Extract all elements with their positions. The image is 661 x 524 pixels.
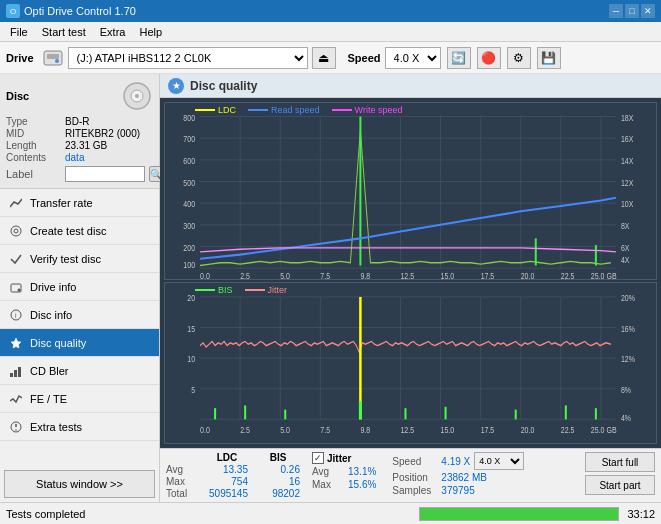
menu-file[interactable]: File: [4, 24, 34, 40]
close-button[interactable]: ✕: [641, 4, 655, 18]
sidebar-item-verify-test-disc[interactable]: Verify test disc: [0, 245, 159, 273]
status-window-button[interactable]: Status window >>: [4, 470, 155, 498]
menu-help[interactable]: Help: [133, 24, 168, 40]
svg-text:15.0: 15.0: [441, 424, 455, 435]
svg-text:12.5: 12.5: [400, 424, 414, 435]
svg-text:16X: 16X: [621, 133, 634, 144]
app-icon: O: [6, 4, 20, 18]
max-ldc: 754: [198, 476, 256, 487]
save-button[interactable]: 💾: [537, 47, 561, 69]
total-ldc: 5095145: [198, 488, 256, 499]
svg-text:5.0: 5.0: [280, 270, 290, 279]
speed-stat-select[interactable]: 4.0 X: [474, 452, 524, 470]
jitter-checkbox[interactable]: ✓: [312, 452, 324, 464]
verify-test-disc-icon: [8, 251, 24, 267]
drive-select[interactable]: (J:) ATAPI iHBS112 2 CL0K: [68, 47, 308, 69]
burn-button[interactable]: 🔴: [477, 47, 501, 69]
content-title: Disc quality: [190, 79, 257, 93]
svg-text:25.0 GB: 25.0 GB: [591, 270, 617, 279]
chart2-svg: 20 15 10 5 20% 16% 12% 8% 4% 0.0 2.5 5.0…: [165, 283, 656, 443]
disc-mid-value: RITEKBR2 (000): [65, 128, 140, 139]
disc-quality-icon: [8, 335, 24, 351]
svg-text:9.8: 9.8: [360, 270, 370, 279]
sidebar-item-disc-info[interactable]: i Disc info: [0, 301, 159, 329]
svg-point-6: [11, 226, 21, 236]
chart1-svg: 800 700 600 500 400 300 200 100 18X 16X …: [165, 103, 656, 279]
total-label: Total: [166, 488, 198, 499]
cd-bler-label: CD Bler: [30, 365, 151, 377]
svg-text:9.8: 9.8: [360, 424, 370, 435]
menu-bar: File Start test Extra Help: [0, 22, 661, 42]
disc-graphic-icon: [121, 80, 153, 112]
position-row: Position 23862 MB: [392, 472, 524, 483]
drive-info-icon: [8, 279, 24, 295]
sidebar-item-disc-quality[interactable]: Disc quality: [0, 329, 159, 357]
avg-label: Avg: [166, 464, 198, 475]
app-title: Opti Drive Control 1.70: [24, 5, 136, 17]
sidebar-item-extra-tests[interactable]: Extra tests: [0, 413, 159, 441]
svg-text:4X: 4X: [621, 254, 630, 265]
legend-bis: BIS: [195, 285, 233, 295]
svg-text:300: 300: [183, 220, 195, 231]
menu-extra[interactable]: Extra: [94, 24, 132, 40]
svg-text:25.0 GB: 25.0 GB: [591, 424, 617, 435]
svg-text:4%: 4%: [621, 412, 632, 423]
svg-text:14X: 14X: [621, 155, 634, 166]
avg-bis: 0.26: [256, 464, 300, 475]
disc-mid-label: MID: [6, 128, 61, 139]
sidebar-item-drive-info[interactable]: Drive info: [0, 273, 159, 301]
svg-point-5: [135, 94, 139, 98]
svg-text:2.5: 2.5: [240, 424, 250, 435]
start-full-button[interactable]: Start full: [585, 452, 655, 472]
svg-text:10X: 10X: [621, 198, 634, 209]
svg-point-18: [15, 429, 17, 431]
svg-text:15.0: 15.0: [441, 270, 455, 279]
position-label: Position: [392, 472, 437, 483]
chart1-legend: LDC Read speed Write speed: [195, 105, 402, 115]
sidebar: Disc Type BD-R MID RITEKBR2 (000) Length…: [0, 74, 160, 502]
sidebar-item-transfer-rate[interactable]: Transfer rate: [0, 189, 159, 217]
disc-contents-value: data: [65, 152, 84, 163]
minimize-button[interactable]: ─: [609, 4, 623, 18]
svg-text:20.0: 20.0: [521, 270, 535, 279]
svg-text:12.5: 12.5: [400, 270, 414, 279]
speed-select[interactable]: 4.0 X: [385, 47, 441, 69]
create-test-disc-icon: [8, 223, 24, 239]
disc-label-row: Label 🔍: [6, 166, 153, 182]
drive-label: Drive: [6, 52, 34, 64]
progress-fill: [420, 508, 618, 520]
svg-text:12X: 12X: [621, 176, 634, 187]
title-bar-left: O Opti Drive Control 1.70: [6, 4, 136, 18]
start-part-button[interactable]: Start part: [585, 475, 655, 495]
eject-button[interactable]: ⏏: [312, 47, 336, 69]
svg-text:22.5: 22.5: [561, 270, 575, 279]
sidebar-item-cd-bler[interactable]: CD Bler: [0, 357, 159, 385]
total-bis: 98202: [256, 488, 300, 499]
menu-start-test[interactable]: Start test: [36, 24, 92, 40]
chart1-container: LDC Read speed Write speed: [164, 102, 657, 280]
svg-text:16%: 16%: [621, 323, 635, 334]
disc-label-input[interactable]: [65, 166, 145, 182]
write-speed-color: [332, 109, 352, 111]
ldc-header: LDC: [198, 452, 256, 463]
svg-text:0.0: 0.0: [200, 270, 210, 279]
jitter-color: [245, 289, 265, 291]
settings-button[interactable]: ⚙: [507, 47, 531, 69]
disc-length-value: 23.31 GB: [65, 140, 107, 151]
svg-text:8X: 8X: [621, 220, 630, 231]
sidebar-item-create-test-disc[interactable]: Create test disc: [0, 217, 159, 245]
sidebar-item-fe-te[interactable]: FE / TE: [0, 385, 159, 413]
svg-point-2: [55, 59, 59, 63]
disc-contents-row: Contents data: [6, 152, 153, 163]
cd-bler-icon: [8, 363, 24, 379]
transfer-rate-label: Transfer rate: [30, 197, 151, 209]
svg-text:700: 700: [183, 133, 195, 144]
refresh-button[interactable]: 🔄: [447, 47, 471, 69]
jitter-avg-label: Avg: [312, 466, 344, 477]
svg-text:0.0: 0.0: [200, 424, 210, 435]
jitter-legend-label: Jitter: [268, 285, 288, 295]
avg-row: Avg 13.35 0.26: [166, 464, 300, 475]
disc-panel: Disc Type BD-R MID RITEKBR2 (000) Length…: [0, 74, 159, 189]
maximize-button[interactable]: □: [625, 4, 639, 18]
jitter-max-label: Max: [312, 479, 344, 490]
